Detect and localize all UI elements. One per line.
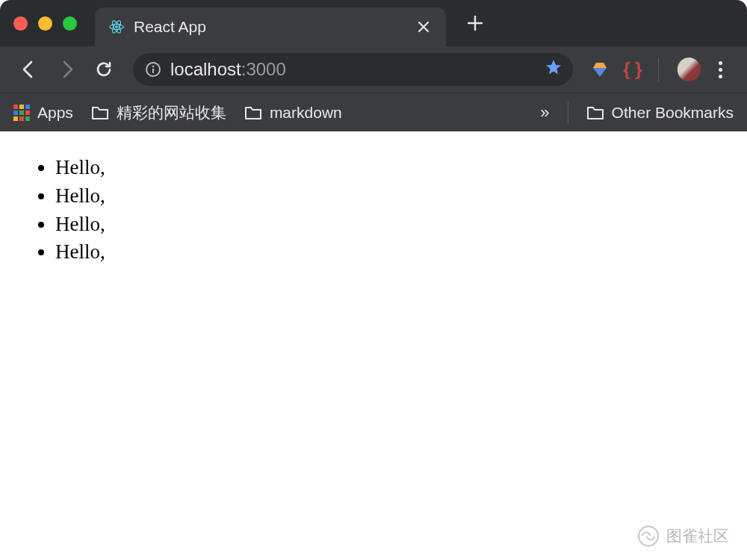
list-item: Hello, [55, 154, 732, 182]
browser-chrome: React App localhost:3000 [0, 0, 747, 131]
svg-point-5 [152, 66, 155, 68]
folder-icon [586, 105, 604, 120]
watermark-text: 图雀社区 [666, 526, 729, 547]
minimize-window-button[interactable] [38, 16, 52, 31]
extension-blue-diamond-icon[interactable] [586, 56, 613, 83]
close-tab-icon[interactable] [415, 18, 433, 36]
site-info-icon[interactable] [143, 60, 163, 79]
reload-button[interactable] [88, 54, 120, 85]
forward-button[interactable] [51, 54, 82, 85]
page-content: Hello, Hello, Hello, Hello, [0, 131, 747, 289]
address-bar[interactable]: localhost:3000 [133, 53, 573, 86]
tab-strip: React App [0, 0, 747, 46]
folder-icon [91, 105, 109, 120]
hello-list: Hello, Hello, Hello, Hello, [15, 154, 732, 267]
folder-icon [244, 105, 262, 120]
list-item: Hello, [55, 211, 732, 239]
other-bookmarks-label: Other Bookmarks [612, 104, 734, 122]
close-window-button[interactable] [13, 16, 28, 31]
separator [658, 57, 659, 81]
list-item: Hello, [55, 182, 732, 211]
maximize-window-button[interactable] [63, 16, 77, 31]
bookmark-folder[interactable]: 精彩的网站收集 [91, 102, 226, 123]
watermark: 图雀社区 [638, 526, 729, 547]
browser-menu-button[interactable] [707, 61, 734, 78]
bookmark-folder-label: 精彩的网站收集 [117, 102, 226, 123]
bookmarks-overflow-button[interactable]: » [540, 103, 549, 122]
browser-tab[interactable]: React App [95, 7, 446, 46]
watermark-icon [638, 526, 659, 547]
tab-title: React App [134, 18, 415, 36]
other-bookmarks[interactable]: Other Bookmarks [586, 104, 734, 122]
bookmark-star-icon[interactable] [545, 58, 562, 81]
toolbar: localhost:3000 { } [0, 46, 747, 93]
list-item: Hello, [55, 238, 732, 267]
extension-braces-icon[interactable]: { } [619, 56, 646, 83]
back-button[interactable] [13, 54, 45, 85]
bookmark-folder-label: markdown [270, 104, 342, 122]
new-tab-button[interactable] [459, 7, 491, 39]
profile-avatar[interactable] [677, 57, 701, 81]
react-icon [108, 19, 125, 35]
separator [568, 102, 568, 124]
window-controls [13, 16, 77, 31]
url-text: localhost:3000 [170, 59, 545, 80]
svg-rect-6 [152, 69, 154, 73]
url-port: :3000 [241, 59, 286, 79]
bookmarks-bar: Apps 精彩的网站收集 markdown » Other Bookmarks [0, 93, 747, 131]
svg-point-0 [115, 25, 118, 28]
apps-label: Apps [37, 104, 73, 122]
url-host: localhost [170, 59, 241, 79]
bookmark-folder[interactable]: markdown [244, 104, 342, 122]
apps-shortcut[interactable]: Apps [13, 104, 73, 122]
apps-grid-icon [13, 105, 30, 121]
